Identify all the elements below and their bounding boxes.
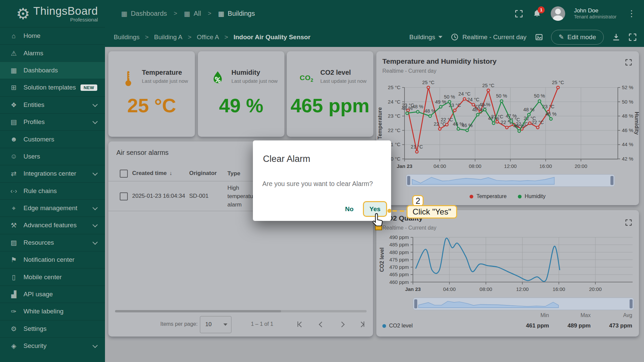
notifications-bell-icon[interactable]: 1: [532, 9, 542, 19]
row-checkbox[interactable]: [120, 192, 128, 200]
svg-text:04:00: 04:00: [443, 286, 456, 292]
user-avatar[interactable]: [551, 6, 565, 21]
svg-text:25 °C: 25 °C: [482, 83, 494, 88]
co2-level-chart[interactable]: 490 ppm485 ppm480 ppm475 ppm470 ppm465 p…: [376, 232, 639, 296]
scrollbar-thumb[interactable]: [115, 310, 281, 312]
svg-text:46 %: 46 %: [462, 123, 473, 128]
dashboard-state-select[interactable]: Buildings: [409, 34, 442, 41]
svg-text:49 %: 49 %: [479, 102, 490, 107]
sidebar-item-settings[interactable]: ⚙Settings: [0, 320, 105, 337]
sidebar-navigation: ⌂Home⚠Alarms▦Dashboards⊞Solution templat…: [0, 27, 105, 362]
widget-fullscreen-icon[interactable]: [625, 219, 632, 226]
sidebar-item-alarms[interactable]: ⚠Alarms: [0, 44, 105, 61]
svg-text:49 %: 49 %: [435, 99, 446, 105]
selector-right-handle[interactable]: [630, 299, 633, 308]
table-horizontal-scrollbar[interactable]: [115, 310, 367, 312]
items-per-page-select[interactable]: 10: [200, 316, 231, 333]
header-breadcrumb-buildings[interactable]: ▦Buildings: [218, 10, 255, 18]
app-logo[interactable]: ⚙ ThingsBoard Professional: [16, 5, 105, 22]
image-gallery-icon[interactable]: [535, 33, 543, 41]
chevron-down-icon: [93, 171, 98, 176]
selector-left-handle[interactable]: [414, 299, 417, 308]
integrations-center-icon: ⇄: [9, 170, 19, 178]
home-icon: ⌂: [9, 32, 19, 40]
edit-mode-button[interactable]: ✎ Edit mode: [551, 30, 604, 45]
svg-text:48 %: 48 %: [412, 104, 423, 109]
toolbar-breadcrumb-indoor-air-quality-sensor[interactable]: Indoor Air Quality Sensor: [233, 34, 310, 41]
next-page-button[interactable]: [338, 320, 346, 328]
fullscreen-icon[interactable]: [515, 9, 523, 18]
sidebar-item-customers[interactable]: ☻Customers: [0, 130, 105, 147]
sidebar-item-notification-center[interactable]: ⚑Notification center: [0, 251, 105, 268]
breadcrumb-separator: >: [145, 34, 149, 41]
widget-fullscreen-icon[interactable]: [625, 59, 632, 66]
legend-item-temperature[interactable]: Temperature: [470, 193, 506, 199]
all-crumb-icon: ▦: [184, 10, 190, 18]
stat-label: Max: [564, 312, 591, 318]
sidebar-item-rule-chains[interactable]: ‹·›Rule chains: [0, 182, 105, 199]
temperature-humidity-chart[interactable]: 25 °C52 %24 °C50 %23 °C48 %22 °C46 %21 °…: [376, 77, 639, 169]
sidebar-item-advanced-features[interactable]: ⚒Advanced features: [0, 217, 105, 234]
co2-stats: Min461 ppmMax489 ppmAvg473 ppm: [522, 312, 632, 329]
header-breadcrumb-dashboards[interactable]: ▦Dashboards: [121, 10, 167, 18]
sidebar-item-entities[interactable]: ❖Entities: [0, 96, 105, 113]
dialog-message: Are you sure you want to clear Alarm?: [262, 180, 373, 188]
toolbar-breadcrumb-office-a[interactable]: Office A: [197, 34, 219, 41]
kpi-texts: TemperatureLast update just now: [142, 69, 188, 84]
sidebar-item-integrations-center[interactable]: ⇄Integrations center: [0, 165, 105, 182]
selector-right-handle[interactable]: [610, 176, 613, 185]
last-page-button[interactable]: [358, 320, 367, 328]
co2-chart-plot: 490 ppm485 ppm480 ppm475 ppm470 ppm465 p…: [376, 232, 639, 296]
svg-text:460 ppm: 460 ppm: [389, 279, 409, 285]
sidebar-item-label: Profiles: [23, 118, 45, 126]
sidebar-item-mobile-center[interactable]: ▯Mobile center: [0, 268, 105, 285]
sidebar-item-resources[interactable]: ▨Resources: [0, 234, 105, 251]
svg-text:47 %: 47 %: [506, 113, 517, 119]
svg-text:48 %: 48 %: [622, 113, 633, 119]
svg-text:20:00: 20:00: [589, 286, 602, 292]
column-header-created-time[interactable]: Created time↓: [132, 170, 189, 177]
header-breadcrumb-all[interactable]: ▦All: [184, 10, 201, 18]
mobile-center-icon: ▯: [9, 273, 19, 281]
no-button[interactable]: No: [338, 202, 360, 216]
sidebar-item-solution-templates[interactable]: ⊞Solution templatesNEW: [0, 79, 105, 96]
user-info[interactable]: John Doe Tenant administrator: [574, 7, 616, 20]
previous-page-button[interactable]: [317, 320, 326, 328]
kpi-last-update: Last update just now: [231, 78, 278, 84]
thermometer-icon: [120, 69, 136, 88]
timewindow-button[interactable]: Realtime - Current day: [450, 33, 526, 41]
sidebar-item-home[interactable]: ⌂Home: [0, 27, 105, 44]
co2-range-selector[interactable]: [413, 298, 634, 310]
sidebar-item-edge-management[interactable]: ⌖Edge management: [0, 199, 105, 217]
sidebar-item-dashboards[interactable]: ▦Dashboards: [0, 62, 105, 79]
svg-text:Jan 23: Jan 23: [397, 163, 413, 169]
sidebar-item-security[interactable]: ◈Security: [0, 337, 105, 354]
selector-left-handle[interactable]: [407, 176, 410, 185]
legend-item-humidity[interactable]: Humidity: [518, 193, 545, 199]
sidebar-item-users[interactable]: ☺Users: [0, 148, 105, 165]
temperature-card: TemperatureLast update just now25 °C: [108, 51, 195, 137]
sidebar-item-api-usage[interactable]: ▟API usage: [0, 286, 105, 303]
toolbar-breadcrumb-buildings[interactable]: Buildings: [114, 34, 140, 41]
kebab-menu-icon[interactable]: ⋮: [625, 8, 638, 19]
security-icon: ◈: [9, 342, 19, 350]
sidebar-item-white-labeling[interactable]: ✑White labeling: [0, 303, 105, 320]
toolbar-actions: Buildings Realtime - Current day ✎ Edit …: [409, 27, 637, 47]
sidebar-item-label: Resources: [23, 239, 54, 246]
th-range-selector[interactable]: [406, 174, 615, 187]
sidebar-item-profiles[interactable]: ▤Profiles: [0, 113, 105, 130]
sidebar-item-label: Edge management: [23, 204, 77, 212]
legend-item-co2-level[interactable]: CO2 level: [382, 323, 413, 329]
alarms-icon: ⚠: [9, 49, 19, 57]
toolbar-breadcrumb-building-a[interactable]: Building A: [154, 34, 182, 41]
th-chart-title: Temperature and Humidity history: [382, 57, 496, 65]
toolbar-fullscreen-icon[interactable]: [628, 33, 637, 41]
mouse-cursor: [370, 212, 390, 234]
select-all-checkbox[interactable]: [120, 170, 128, 178]
svg-text:24 °C: 24 °C: [388, 99, 400, 105]
svg-text:47 %: 47 %: [488, 116, 499, 121]
first-page-button[interactable]: [296, 320, 305, 328]
download-icon[interactable]: [612, 33, 620, 41]
legend-label: CO2 level: [389, 323, 413, 329]
column-header-originator[interactable]: Originator: [189, 170, 224, 177]
